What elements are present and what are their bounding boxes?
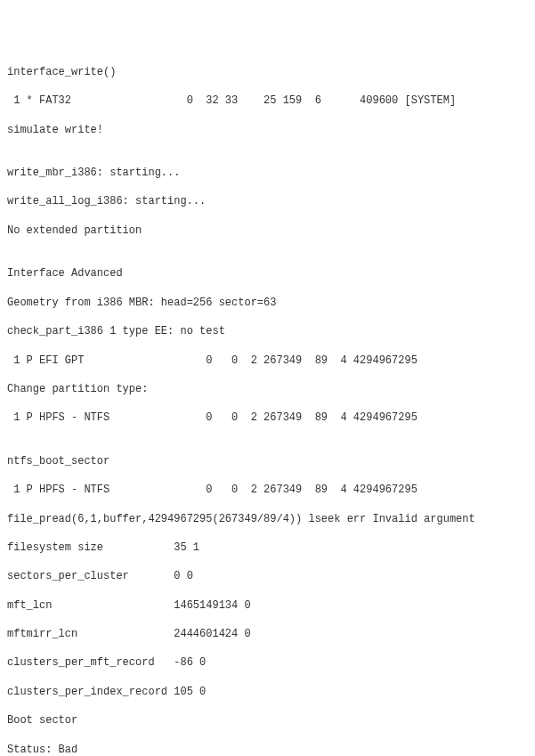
log-line: Interface Advanced xyxy=(7,266,528,280)
log-line: mftmirr_lcn 2444601424 0 xyxy=(7,627,528,641)
log-line: No extended partition xyxy=(7,224,528,238)
log-line: write_all_log_i386: starting... xyxy=(7,194,528,208)
log-line: filesystem size 35 1 xyxy=(7,541,528,555)
log-line: simulate write! xyxy=(7,123,528,137)
log-line: 1 P HPFS - NTFS 0 0 2 267349 89 4 429496… xyxy=(7,483,528,497)
log-line: 1 P EFI GPT 0 0 2 267349 89 4 4294967295 xyxy=(7,354,528,368)
log-line: ntfs_boot_sector xyxy=(7,454,528,468)
log-line: Status: Bad xyxy=(7,743,528,756)
log-line: sectors_per_cluster 0 0 xyxy=(7,569,528,583)
log-line: 1 * FAT32 0 32 33 25 159 6 409600 [SYSTE… xyxy=(7,93,528,108)
log-line: write_mbr_i386: starting... xyxy=(7,166,528,180)
log-line: clusters_per_index_record 105 0 xyxy=(7,685,528,699)
log-line: mft_lcn 1465149134 0 xyxy=(7,598,528,613)
log-line: 1 P HPFS - NTFS 0 0 2 267349 89 4 429496… xyxy=(7,411,528,425)
log-line: Boot sector xyxy=(7,713,528,728)
log-line: check_part_i386 1 type EE: no test xyxy=(7,324,528,338)
log-line: clusters_per_mft_record -86 0 xyxy=(7,655,528,670)
log-line: interface_write() xyxy=(7,65,528,79)
log-line: Change partition type: xyxy=(7,382,528,396)
log-line: Geometry from i386 MBR: head=256 sector=… xyxy=(7,296,528,310)
log-line: file_pread(6,1,buffer,4294967295(267349/… xyxy=(7,512,528,526)
